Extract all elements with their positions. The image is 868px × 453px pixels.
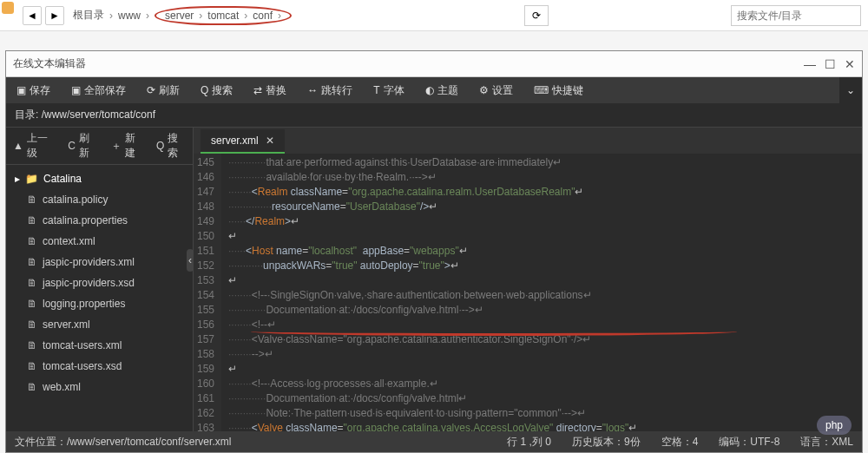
toolbar: ▣保存 ▣全部保存 ⟳刷新 Q搜索 ⇄替换 ↔跳转行 T字体 ◐主题 ⚙设置 ⌨… <box>6 77 862 103</box>
tree-folder[interactable]: ▸📁Catalina <box>6 168 193 189</box>
replace-icon: ⇄ <box>253 84 262 96</box>
font-icon: T <box>373 84 379 96</box>
side-refresh[interactable]: C刷新 <box>61 131 103 161</box>
watermark: php <box>817 416 852 435</box>
file-icon: 🗎 <box>27 214 37 226</box>
search-input[interactable] <box>731 5 861 26</box>
refresh-button[interactable]: ⟳ <box>524 5 549 26</box>
tree-file[interactable]: 🗎tomcat-users.xml <box>6 335 193 356</box>
breadcrumb-root[interactable]: 根目录 <box>73 8 104 23</box>
side-tools: ▲上一级 C刷新 ＋新建 Q搜索 <box>6 128 193 165</box>
window-title: 在线文本编辑器 <box>13 56 795 71</box>
file-icon: 🗎 <box>27 298 37 310</box>
goto-icon: ↔ <box>307 84 318 96</box>
folder-icon: 📁 <box>25 173 38 185</box>
status-encoding[interactable]: 编码：UTF-8 <box>719 435 779 450</box>
tree-file[interactable]: 🗎server.xml <box>6 314 193 335</box>
status-cursor: 行 1 ,列 0 <box>507 435 551 450</box>
file-icon: 🗎 <box>27 381 37 393</box>
breadcrumb: 根目录 › www › server › tomcat › conf › <box>73 6 524 25</box>
tree-file[interactable]: 🗎logging.properties <box>6 293 193 314</box>
file-icon: 🗎 <box>27 360 37 372</box>
save-all-icon: ▣ <box>71 84 81 96</box>
file-icon: 🗎 <box>27 194 37 206</box>
breadcrumb-item[interactable]: server <box>165 10 194 22</box>
tabs: server.xml ✕ <box>194 128 862 154</box>
file-tree: ▸📁Catalina 🗎catalina.policy🗎catalina.pro… <box>6 165 193 401</box>
save-icon: ▣ <box>16 84 26 96</box>
search-icon: Q <box>201 84 208 96</box>
breadcrumb-item[interactable]: conf <box>253 10 273 22</box>
breadcrumb-annotated: server › tomcat › conf › <box>155 6 292 25</box>
side-search[interactable]: Q搜索 <box>149 131 193 161</box>
tool-settings[interactable]: ⚙设置 <box>469 77 523 103</box>
minimize-button[interactable]: — <box>804 57 816 71</box>
tool-search[interactable]: Q搜索 <box>190 77 243 103</box>
editor-pane: server.xml ✕ 145146147148149150151152153… <box>194 128 862 431</box>
code-content[interactable]: ·············that·are·performed·against·… <box>221 154 862 431</box>
file-icon: 🗎 <box>27 235 37 247</box>
file-icon: 🗎 <box>27 277 37 289</box>
status-spaces[interactable]: 空格：4 <box>661 435 699 450</box>
title-bar: 在线文本编辑器 — ☐ ✕ <box>6 51 862 77</box>
status-path: 文件位置：/www/server/tomcat/conf/server.xml <box>15 435 231 450</box>
tab-close-icon[interactable]: ✕ <box>266 135 274 147</box>
gear-icon: ⚙ <box>479 84 489 96</box>
app-indicator <box>2 2 14 14</box>
tool-theme[interactable]: ◐主题 <box>415 77 469 103</box>
nav-back-button[interactable]: ◄ <box>23 6 42 25</box>
breadcrumb-sep: › <box>109 10 113 22</box>
refresh-icon: C <box>68 140 76 152</box>
gutter: 1451461471481491501511521531541551561571… <box>194 154 221 431</box>
chevron-icon: ▸ <box>15 173 20 185</box>
tool-replace[interactable]: ⇄替换 <box>243 77 297 103</box>
side-up[interactable]: ▲上一级 <box>6 131 61 161</box>
close-button[interactable]: ✕ <box>845 57 855 71</box>
status-lang[interactable]: 语言：XML <box>800 435 853 450</box>
sub-bar: 目录: /www/server/tomcat/conf <box>6 103 862 128</box>
keyboard-icon: ⌨ <box>534 84 549 96</box>
up-icon: ▲ <box>13 140 23 152</box>
tool-shortcuts[interactable]: ⌨快捷键 <box>523 77 594 103</box>
sidebar-collapse-handle[interactable]: ‹ <box>187 249 194 272</box>
maximize-button[interactable]: ☐ <box>825 57 836 71</box>
theme-icon: ◐ <box>425 84 434 96</box>
side-new[interactable]: ＋新建 <box>104 131 149 161</box>
status-bar: 文件位置：/www/server/tomcat/conf/server.xml … <box>6 431 862 452</box>
status-history[interactable]: 历史版本：9份 <box>572 435 641 450</box>
tool-font[interactable]: T字体 <box>363 77 414 103</box>
dir-label: 目录: /www/server/tomcat/conf <box>6 108 164 122</box>
tool-save[interactable]: ▣保存 <box>6 77 61 103</box>
file-icon: 🗎 <box>27 339 37 351</box>
tab-label: server.xml <box>211 135 259 147</box>
breadcrumb-item[interactable]: tomcat <box>207 10 239 22</box>
file-icon: 🗎 <box>27 256 37 268</box>
tool-refresh[interactable]: ⟳刷新 <box>136 77 190 103</box>
tool-save-all[interactable]: ▣全部保存 <box>61 77 136 103</box>
tree-file[interactable]: 🗎context.xml <box>6 231 193 252</box>
tree-file[interactable]: 🗎web.xml <box>6 377 193 397</box>
breadcrumb-item[interactable]: www <box>118 10 141 22</box>
expand-toggle[interactable]: ⌄ <box>839 77 862 103</box>
top-bar: ◄ ► 根目录 › www › server › tomcat › conf ›… <box>0 0 868 31</box>
tab-server-xml[interactable]: server.xml ✕ <box>201 129 285 154</box>
tree-file[interactable]: 🗎jaspic-providers.xsd <box>6 272 193 293</box>
tree-file[interactable]: 🗎catalina.properties <box>6 210 193 231</box>
tree-file[interactable]: 🗎tomcat-users.xsd <box>6 356 193 377</box>
refresh-icon: ⟳ <box>147 84 155 96</box>
tree-file[interactable]: 🗎jaspic-providers.xml <box>6 252 193 272</box>
body-area: ▲上一级 C刷新 ＋新建 Q搜索 ▸📁Catalina 🗎catalina.po… <box>6 128 862 431</box>
file-icon: 🗎 <box>27 318 37 331</box>
editor-window: 在线文本编辑器 — ☐ ✕ ▣保存 ▣全部保存 ⟳刷新 Q搜索 ⇄替换 ↔跳转行… <box>5 50 863 453</box>
code-area[interactable]: 1451461471481491501511521531541551561571… <box>194 154 862 431</box>
tree-file[interactable]: 🗎catalina.policy <box>6 189 193 210</box>
sidebar: ▲上一级 C刷新 ＋新建 Q搜索 ▸📁Catalina 🗎catalina.po… <box>6 128 194 431</box>
plus-icon: ＋ <box>111 139 122 154</box>
tool-goto[interactable]: ↔跳转行 <box>297 77 363 103</box>
search-icon: Q <box>156 140 164 152</box>
nav-forward-button[interactable]: ► <box>45 6 64 25</box>
